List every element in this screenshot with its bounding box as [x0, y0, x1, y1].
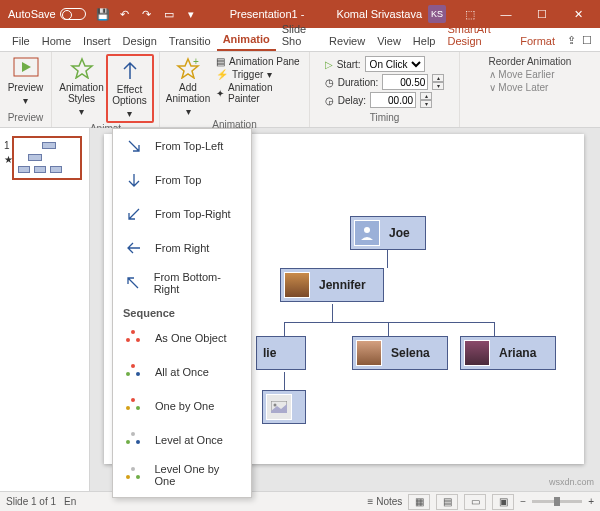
seq-all-at-once[interactable]: All at Once — [113, 355, 251, 389]
pane-icon: ▤ — [216, 56, 225, 67]
painter-icon: ✦ — [216, 88, 224, 99]
seq-level-at-once[interactable]: Level at Once — [113, 423, 251, 457]
tab-help[interactable]: Help — [407, 31, 442, 51]
arrow-top-left-icon — [123, 272, 144, 294]
direction-bottom-right[interactable]: From Bottom-Right — [113, 265, 251, 301]
image-placeholder-icon — [266, 394, 292, 420]
seq-one-by-one[interactable]: One by One — [113, 389, 251, 423]
svg-text:+: + — [193, 57, 199, 67]
duration-input[interactable] — [382, 74, 428, 90]
direction-right[interactable]: From Right — [113, 231, 251, 265]
add-animation-button[interactable]: + Add Animation▾ — [164, 54, 212, 119]
slide-thumbnail-1[interactable]: ★ — [12, 136, 82, 180]
zoom-in-icon[interactable]: + — [588, 496, 594, 507]
preview-icon — [12, 56, 40, 80]
group-timing-label: Timing — [370, 112, 400, 125]
duration-spinner[interactable]: ▴▾ — [432, 74, 444, 90]
tab-smartart-design[interactable]: SmartArt Design — [441, 19, 514, 51]
dots-all-icon — [123, 361, 145, 383]
svg-point-18 — [126, 440, 130, 444]
close-icon[interactable]: ✕ — [560, 0, 596, 28]
effect-options-button[interactable]: Effect Options▾ — [106, 54, 154, 123]
tab-transitions[interactable]: Transitio — [163, 31, 217, 51]
svg-point-5 — [364, 227, 370, 233]
svg-point-11 — [131, 364, 135, 368]
start-label: Start: — [337, 59, 361, 70]
preview-button[interactable]: Preview▾ — [2, 54, 50, 108]
avatar-placeholder-icon — [354, 220, 380, 246]
dots-level-icon — [123, 429, 145, 451]
svg-marker-2 — [72, 59, 92, 78]
org-node-ariana[interactable]: Ariana — [460, 336, 556, 370]
svg-point-12 — [126, 372, 130, 376]
direction-top[interactable]: From Top — [113, 163, 251, 197]
animation-painter-button[interactable]: ✦Animation Painter — [216, 82, 301, 104]
reorder-label: Reorder Animation — [489, 56, 572, 67]
delay-icon: ◶ — [325, 95, 334, 106]
tab-review[interactable]: Review — [323, 31, 371, 51]
move-later-button: ∨ Move Later — [489, 82, 572, 93]
tab-format[interactable]: Format — [514, 31, 561, 51]
slideshow-view-icon[interactable]: ▣ — [492, 494, 514, 510]
undo-icon[interactable]: ↶ — [118, 7, 132, 21]
animation-pane-button[interactable]: ▤Animation Pane — [216, 56, 301, 67]
tab-view[interactable]: View — [371, 31, 407, 51]
svg-point-8 — [131, 330, 135, 334]
node-label: Jennifer — [313, 278, 372, 292]
user-name[interactable]: Komal Srivastava — [336, 8, 422, 20]
org-node-lie[interactable]: lie — [256, 336, 306, 370]
comments-icon[interactable]: ☐ — [582, 34, 592, 47]
svg-point-17 — [131, 432, 135, 436]
toggle-off-icon[interactable] — [60, 8, 86, 20]
seq-as-one-object[interactable]: As One Object — [113, 321, 251, 355]
animation-styles-button[interactable]: Animation Styles▾ — [58, 54, 106, 123]
move-earlier-button: ∧ Move Earlier — [489, 69, 572, 80]
play-icon: ▷ — [325, 59, 333, 70]
tab-file[interactable]: File — [6, 31, 36, 51]
tab-design[interactable]: Design — [117, 31, 163, 51]
svg-point-15 — [126, 406, 130, 410]
org-node-joe[interactable]: Joe — [350, 216, 426, 250]
delay-label: Delay: — [338, 95, 366, 106]
delay-spinner[interactable]: ▴▾ — [420, 92, 432, 108]
qat-dropdown-icon[interactable]: ▾ — [184, 7, 198, 21]
redo-icon[interactable]: ↷ — [140, 7, 154, 21]
tab-home[interactable]: Home — [36, 31, 77, 51]
duration-label: Duration: — [338, 77, 379, 88]
direction-top-right[interactable]: From Top-Right — [113, 197, 251, 231]
delay-input[interactable] — [370, 92, 416, 108]
start-select[interactable]: On Click — [365, 56, 425, 72]
trigger-icon: ⚡ — [216, 69, 228, 80]
arrow-left-icon — [123, 237, 145, 259]
zoom-out-icon[interactable]: − — [520, 496, 526, 507]
seq-level-one-by-one[interactable]: Level One by One — [113, 457, 251, 493]
arrow-down-icon — [123, 169, 145, 191]
tab-animations[interactable]: Animatio — [217, 29, 276, 51]
quick-access-toolbar: 💾 ↶ ↷ ▭ ▾ — [96, 7, 198, 21]
trigger-button[interactable]: ⚡Trigger ▾ — [216, 69, 301, 80]
normal-view-icon[interactable]: ▦ — [408, 494, 430, 510]
arrow-bottom-right-icon — [123, 135, 145, 157]
save-icon[interactable]: 💾 — [96, 7, 110, 21]
svg-marker-1 — [22, 62, 31, 72]
node-label: lie — [257, 346, 282, 360]
org-node-blank[interactable] — [262, 390, 306, 424]
zoom-slider[interactable] — [532, 500, 582, 503]
tab-slideshow[interactable]: Slide Sho — [276, 19, 323, 51]
org-node-selena[interactable]: Selena — [352, 336, 448, 370]
org-node-jennifer[interactable]: Jennifer — [280, 268, 384, 302]
svg-point-7 — [274, 404, 277, 407]
reading-view-icon[interactable]: ▭ — [464, 494, 486, 510]
language-indicator[interactable]: En — [64, 496, 76, 507]
dots-level-seq-icon — [123, 464, 144, 486]
group-preview-label: Preview — [8, 112, 44, 125]
direction-top-left[interactable]: From Top-Left — [113, 129, 251, 163]
slide-counter[interactable]: Slide 1 of 1 — [6, 496, 56, 507]
sorter-view-icon[interactable]: ▤ — [436, 494, 458, 510]
maximize-icon[interactable]: ☐ — [524, 0, 560, 28]
tab-insert[interactable]: Insert — [77, 31, 117, 51]
start-slideshow-icon[interactable]: ▭ — [162, 7, 176, 21]
notes-button[interactable]: ≡ Notes — [368, 496, 403, 507]
share-icon[interactable]: ⇪ — [567, 34, 576, 47]
autosave-toggle[interactable]: AutoSave — [8, 8, 86, 20]
